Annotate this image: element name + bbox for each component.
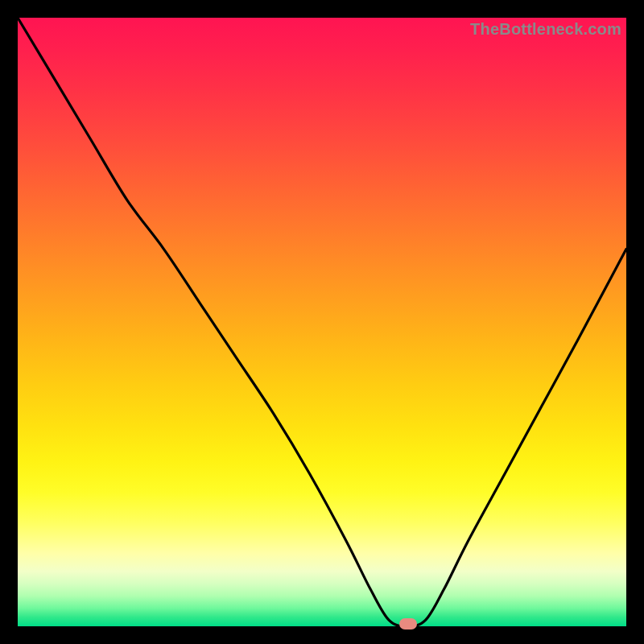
optimal-point-marker: [399, 618, 417, 630]
chart-frame: TheBottleneck.com: [0, 0, 644, 644]
chart-plot-area: TheBottleneck.com: [18, 18, 626, 626]
curve-path: [18, 18, 626, 626]
watermark-text: TheBottleneck.com: [470, 20, 621, 39]
bottleneck-curve: [18, 18, 626, 626]
